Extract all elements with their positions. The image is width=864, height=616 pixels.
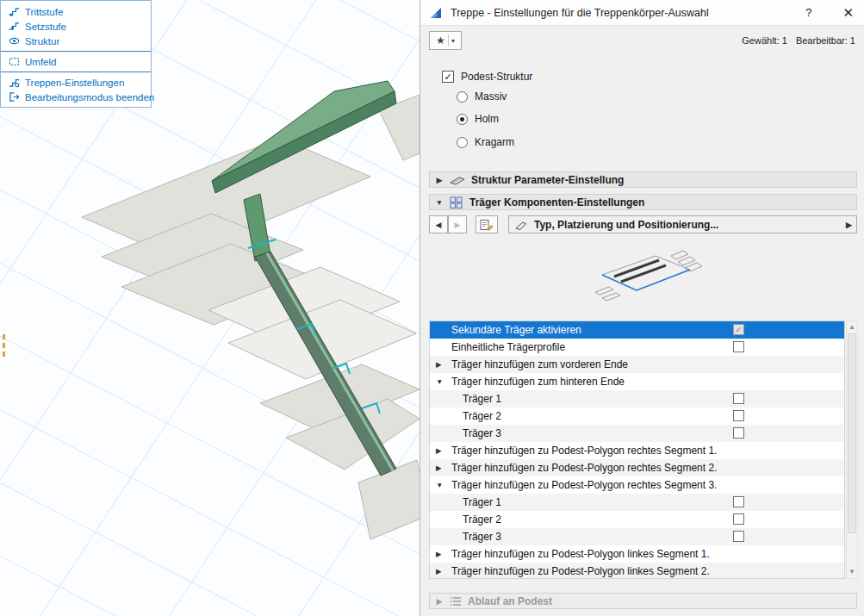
panel-item-label: Setzstufe [25, 22, 66, 32]
panel-item-setzstufe[interactable]: Setzstufe [1, 19, 151, 34]
table-row-label: Träger 1 [463, 393, 501, 405]
panel-separator [1, 72, 151, 72]
status-selected: Gewählt: 1 [742, 35, 787, 46]
table-row-label: Einheitliche Trägerprofile [451, 341, 565, 353]
podest-struktur-checkbox[interactable]: ✓ [442, 71, 454, 83]
scrollbar-track[interactable] [847, 333, 857, 566]
table-row[interactable]: Träger 3 [430, 528, 844, 545]
radio-holm[interactable]: Holm [457, 112, 499, 126]
expand-icon[interactable]: ▶ [436, 459, 446, 476]
favorites-button[interactable]: ★ ▾ [429, 31, 462, 50]
table-row[interactable]: ▼Träger hinzufügen zum hinteren Ende [430, 373, 844, 390]
table-row-label: Träger hinzufügen zu Podest-Polygon rech… [451, 479, 717, 491]
panel-item-trittstufe[interactable]: Trittstufe [1, 4, 151, 19]
table-row[interactable]: Einheitliche Trägerprofile [430, 339, 844, 356]
expand-icon[interactable]: ▶ [436, 356, 446, 373]
table-row[interactable]: ▶Träger hinzufügen zu Podest-Polygon lin… [430, 563, 844, 579]
section-label: Ablauf an Podest [468, 595, 552, 607]
section-ablauf-an-podest[interactable]: ▶ Ablauf an Podest [429, 593, 857, 609]
radio-holm-label: Holm [475, 113, 499, 125]
dialog-toolbar: ★ ▾ Gewählt: 1 Bearbeitbar: 1 [420, 27, 864, 54]
placement-icon [514, 220, 528, 230]
tread-icon [8, 6, 20, 18]
table-row[interactable]: Träger 2 [430, 511, 844, 528]
table-row[interactable]: ▶Träger hinzufügen zum vorderen Ende [430, 356, 844, 373]
radio-kragarm[interactable]: Kragarm [457, 135, 514, 149]
radio-massiv[interactable]: Massiv [457, 90, 507, 103]
stair-settings-dialog: Treppe - Einstellungen für die Treppenkö… [420, 0, 864, 616]
collapse-icon[interactable]: ▼ [436, 373, 446, 390]
table-row-label: Träger 1 [463, 496, 501, 508]
radio-holm-control[interactable] [457, 114, 468, 125]
podest-struktur-option[interactable]: ✓ Podest-Struktur [442, 71, 532, 83]
table-row[interactable]: Träger 1 [430, 390, 844, 408]
riser-icon [8, 21, 20, 33]
radio-kragarm-label: Kragarm [475, 136, 514, 148]
list-icon [450, 596, 462, 607]
table-row[interactable]: ▶Träger hinzufügen zu Podest-Polygon rec… [430, 459, 844, 476]
section-traeger-komponenten[interactable]: ▼ Träger Komponenten-Einstellungen [429, 194, 857, 210]
dialog-titlebar: Treppe - Einstellungen für die Treppenkö… [420, 0, 864, 26]
collapse-icon[interactable]: ▼ [436, 476, 446, 494]
table-row-label: Träger hinzufügen zu Podest-Polygon link… [451, 565, 710, 577]
collapse-icon: ▼ [435, 198, 444, 207]
edit-settings-icon [480, 219, 494, 231]
3d-viewport[interactable]: TrittstufeSetzstufeStrukturUmfeldTreppen… [0, 0, 420, 616]
radio-kragarm-control[interactable] [457, 137, 468, 148]
panel-item-bearbeitungsmodus-beenden[interactable]: Bearbeitungsmodus beenden [1, 90, 151, 104]
table-row[interactable]: Sekundäre Träger aktivieren✓ [430, 321, 844, 339]
radio-massiv-label: Massiv [475, 90, 507, 103]
row-checkbox[interactable] [733, 427, 744, 439]
section-struktur-parameter[interactable]: ▶ Struktur Parameter-Einstellung [429, 171, 857, 188]
table-row[interactable]: Träger 2 [430, 408, 844, 425]
panel-item-umfeld[interactable]: Umfeld [1, 54, 151, 69]
help-button[interactable]: ? [805, 6, 811, 19]
panel-item-label: Bearbeitungsmodus beenden [25, 92, 154, 103]
panel-item-label: Treppen-Einstellungen [25, 78, 124, 88]
row-checkbox[interactable] [733, 513, 744, 525]
beam-profile-icon [450, 175, 465, 185]
prev-page-button[interactable]: ◀ [429, 215, 448, 233]
row-checkbox[interactable] [733, 341, 744, 352]
next-page-button[interactable]: ▶ [448, 215, 467, 233]
panel-item-struktur[interactable]: Struktur [1, 34, 151, 48]
expand-icon[interactable]: ▶ [436, 563, 446, 579]
expand-icon[interactable]: ▶ [436, 442, 446, 459]
scrollbar-thumb[interactable] [848, 333, 856, 533]
row-checkbox[interactable] [733, 410, 744, 421]
expand-icon: ▶ [435, 597, 444, 606]
close-icon[interactable]: ✕ [842, 5, 854, 21]
table-row[interactable]: ▶Träger hinzufügen zu Podest-Polygon rec… [430, 442, 844, 459]
table-row[interactable]: ▶Träger hinzufügen zu Podest-Polygon lin… [430, 545, 844, 563]
table-row[interactable]: ▼Träger hinzufügen zu Podest-Polygon rec… [430, 476, 844, 494]
table-row-label: Sekundäre Träger aktivieren [451, 324, 581, 336]
status-editable: Bearbeitbar: 1 [796, 35, 855, 46]
panel-item-label: Trittstufe [25, 7, 63, 17]
button-divider [448, 34, 449, 47]
panel-item-treppen-einstellungen[interactable]: Treppen-Einstellungen [1, 75, 151, 90]
expand-icon: ▶ [435, 176, 444, 184]
row-checkbox[interactable] [733, 531, 744, 542]
scroll-down-icon[interactable]: ▼ [847, 566, 857, 578]
table-row[interactable]: Träger 3 [430, 425, 844, 442]
exit-icon [8, 91, 20, 103]
section-label: Struktur Parameter-Einstellung [471, 174, 624, 186]
section-label: Träger Komponenten-Einstellungen [469, 196, 644, 208]
table-row-label: Träger 2 [463, 513, 501, 526]
row-checkbox[interactable] [733, 393, 744, 404]
selection-status: Gewählt: 1 Bearbeitbar: 1 [742, 35, 855, 46]
transfer-settings-button[interactable] [476, 215, 498, 233]
row-checkbox[interactable] [733, 496, 744, 507]
page-selector-label: Typ, Platzierung und Positionierung... [534, 219, 718, 231]
scroll-up-icon[interactable]: ▲ [847, 321, 857, 333]
chevron-right-icon: ▶ [846, 221, 852, 229]
table-row-label: Träger hinzufügen zu Podest-Polygon rech… [451, 462, 717, 474]
radio-massiv-control[interactable] [457, 91, 468, 103]
table-scrollbar[interactable]: ▲ ▼ [846, 320, 858, 579]
expand-icon[interactable]: ▶ [436, 545, 446, 563]
table-row[interactable]: Träger 1 [430, 494, 844, 511]
stair-settings-icon [8, 77, 20, 89]
row-checkbox[interactable]: ✓ [733, 324, 744, 335]
page-selector-dropdown[interactable]: Typ, Platzierung und Positionierung... ▶ [508, 215, 857, 233]
dialog-title: Treppe - Einstellungen für die Treppenkö… [451, 7, 805, 19]
